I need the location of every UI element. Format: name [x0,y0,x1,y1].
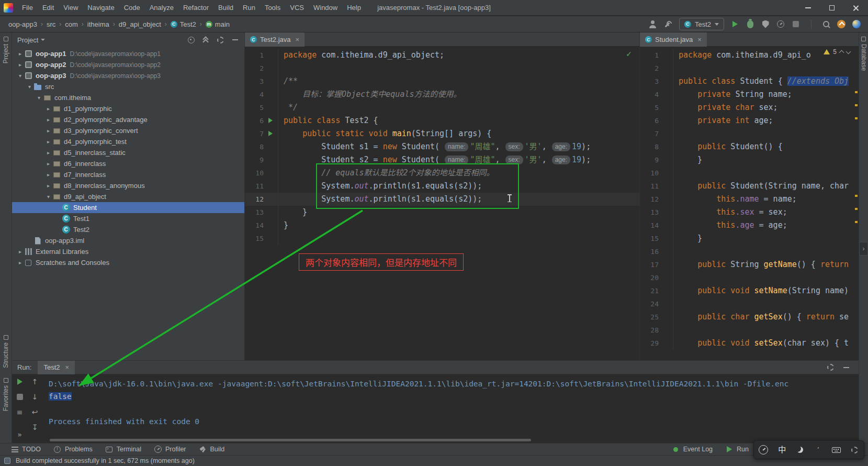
settings-wrench-icon[interactable] [851,446,859,454]
menu-navigate[interactable]: Navigate [83,0,119,16]
collapse-all-icon[interactable] [201,36,210,44]
tree-item-external-libraries[interactable]: ▸External Libraries [12,246,244,257]
scroll-end-icon[interactable]: ↧ [31,423,39,431]
toolwindow-favorites-button[interactable]: Favorites [0,378,12,411]
tree-item-d4-polymorphic-test[interactable]: ▸d4_polymorphic_test [12,136,244,147]
breadcrumb-itheima[interactable]: itheima [86,20,110,28]
console-horizontal-scrollbar[interactable] [50,439,531,441]
chevron-right-icon[interactable]: ▸ [16,260,24,265]
bottombar-build[interactable]: Build [199,445,225,453]
tree-item-d8-innerclass-anonymous[interactable]: ▸d8_innerclass_anonymous [12,180,244,191]
tree-item-student[interactable]: CStudent [12,202,244,213]
code-line-7[interactable]: 7 public static void main(String[] args)… [245,127,639,140]
search-icon[interactable] [822,20,830,28]
chinese-mode-icon[interactable]: 中 [778,446,786,454]
input-method-toolbar[interactable]: 中’ [753,440,864,459]
breadcrumb-test2[interactable]: CTest2 [170,20,197,28]
chevron-right-icon[interactable]: ▸ [44,117,52,123]
keyboard-icon[interactable] [832,446,841,454]
chevron-right-icon[interactable]: ▸ [44,161,52,167]
coverage-icon[interactable] [761,20,770,28]
breadcrumb-main[interactable]: mmain [205,20,231,28]
run-line-icon[interactable] [268,118,273,123]
chevron-right-icon[interactable]: ▸ [16,51,24,57]
settings-gear-icon[interactable] [216,36,224,44]
user-icon[interactable] [649,20,657,28]
menu-build[interactable]: Build [213,0,238,16]
code-line-7[interactable]: 7 [640,127,859,140]
bottombar-todo[interactable]: TODO [10,445,41,453]
code-line-13[interactable]: 13 this.sex = sex; [640,206,859,219]
breadcrumb-oop-app3[interactable]: oop-app3 [7,20,38,28]
menu-file[interactable]: File [17,0,38,16]
chevron-right-icon[interactable]: ▸ [44,150,52,156]
close-button[interactable] [844,0,868,16]
chevron-right-icon[interactable]: ▸ [44,139,52,145]
tree-item-d1-polymorphic[interactable]: ▸d1_polymorphic [12,103,244,114]
code-line-9[interactable]: 9 } [640,153,859,167]
pin-icon[interactable]: ≡ [16,408,24,416]
tree-item-d3-polymorphic-convert[interactable]: ▸d3_polymorphic_convert [12,125,244,136]
code-line-15[interactable]: 15 } [640,232,859,245]
code-line-4[interactable]: 4 private String name; [640,88,859,101]
run-tab-test2[interactable]: Test2 × [38,361,75,374]
update-icon[interactable] [837,20,846,28]
code-line-14[interactable]: 14 this.age = age; [640,219,859,232]
stop-icon[interactable] [16,393,24,401]
code-line-1[interactable]: 1package com.itheima.d9_api_object; [245,49,639,62]
tree-item-com-itheima[interactable]: ▾com.itheima [12,92,244,103]
code-line-15[interactable]: 15 [245,232,639,245]
menu-analyze[interactable]: Analyze [145,0,178,16]
gauge-icon[interactable] [759,445,768,454]
code-line-25[interactable]: 25 public char getSex() { return se [640,310,859,324]
chevron-down-icon[interactable]: ▾ [35,95,43,101]
close-tab-icon[interactable]: × [296,36,300,43]
code-line-21[interactable]: 21 public void setName(String name) [640,284,859,297]
chevron-right-icon[interactable]: ▸ [44,183,52,188]
code-area-student[interactable]: 1package com.itheima.d9_api_o23public cl… [640,47,859,360]
code-line-17[interactable]: 17 public String getName() { return [640,258,859,271]
run-configuration-combo[interactable]: C Test2 [679,18,724,30]
toolwindow-structure-button[interactable]: Structure [0,335,12,368]
code-line-16[interactable]: 16 [640,245,859,258]
build-hammer-icon[interactable] [664,20,672,28]
breadcrumb-d9_api_object[interactable]: d9_api_object [118,20,162,28]
code-line-12[interactable]: 12 System.out.println(s1.equals(s2)); [245,193,639,206]
hide-icon[interactable] [231,36,239,44]
chevron-down-icon[interactable]: ▾ [44,194,52,199]
down-stack-icon[interactable]: ↓ [31,393,39,401]
code-line-14[interactable]: 14} [245,219,639,232]
menu-tools[interactable]: Tools [260,0,285,16]
tree-item-d2-polymorphic-advantage[interactable]: ▸d2_polymorphic_advantage [12,114,244,125]
bottombar-profiler[interactable]: Profiler [154,445,186,453]
menu-window[interactable]: Window [309,0,342,16]
run-line-icon[interactable] [268,131,273,136]
more-icon[interactable]: » [16,430,24,439]
chevron-right-icon[interactable]: ▸ [44,106,52,112]
menu-run[interactable]: Run [238,0,260,16]
code-line-11[interactable]: 11 public Student(String name, char [640,180,859,193]
tree-item-scratches-and-consoles[interactable]: ▸Scratches and Consoles [12,257,244,268]
toolwindow-switcher-icon[interactable] [4,458,10,464]
breadcrumb-com[interactable]: com [64,20,79,28]
chevron-down-icon[interactable]: ▾ [26,84,33,90]
menu-help[interactable]: Help [342,0,366,16]
code-line-12[interactable]: 12 this.name = name; [640,193,859,206]
code-line-2[interactable]: 2 [640,62,859,75]
rerun-icon[interactable] [16,378,24,386]
bottombar-run[interactable]: Run [725,445,749,453]
tree-item-oop-app2[interactable]: ▸oop-app2D:\code\javasepromax\oop-app2 [12,59,244,70]
profiler-icon[interactable] [776,20,785,28]
code-line-10[interactable]: 10 [640,167,859,180]
menu-refactor[interactable]: Refactor [178,0,213,16]
chevron-right-icon[interactable]: ▸ [16,249,24,254]
menu-vcs[interactable]: VCS [285,0,309,16]
gradle-sphere-icon[interactable] [852,20,861,28]
menu-view[interactable]: View [59,0,83,16]
minimize-button[interactable] [796,0,820,16]
toolwindow-database-button[interactable]: Database [859,37,868,71]
tab-student-java[interactable]: C Student.java × [640,32,707,47]
code-line-20[interactable]: 20 [640,271,859,284]
chevron-right-icon[interactable]: ▸ [16,62,24,68]
locate-icon[interactable] [187,36,195,44]
